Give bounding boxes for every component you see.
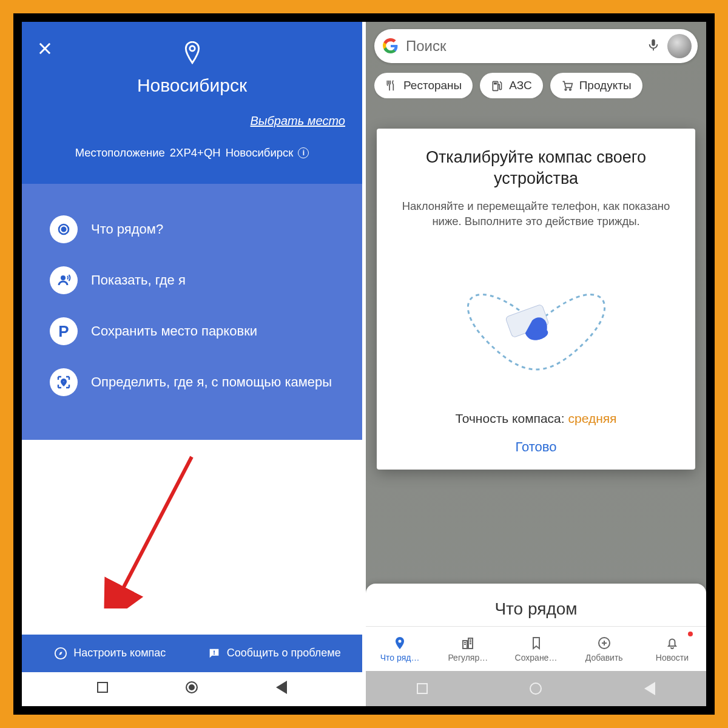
calibrate-compass-button[interactable]: Настроить компас	[28, 647, 192, 660]
done-button[interactable]: Готово	[390, 439, 682, 455]
google-logo-icon	[383, 38, 399, 54]
bottom-nav: Что ряд… Регуляр… Сохране… Добавить Ново…	[366, 626, 706, 671]
nav-label: Регуляр…	[448, 653, 488, 662]
nav-commute[interactable]: Регуляр…	[434, 627, 502, 671]
location-city: Новосибирск	[226, 146, 294, 160]
close-icon[interactable]	[36, 40, 53, 61]
location-prefix: Местоположение	[75, 146, 165, 160]
parking-icon: P	[50, 317, 78, 345]
actions-panel: Что рядом? Показать, где я P Сохранить м…	[22, 184, 362, 440]
chip-restaurants[interactable]: Рестораны	[374, 73, 473, 98]
search-bar[interactable]: Поиск	[374, 29, 698, 63]
info-icon[interactable]: i	[298, 147, 309, 158]
nav-label: Добавить	[585, 653, 623, 662]
chip-groceries[interactable]: Продукты	[550, 73, 642, 98]
svg-rect-7	[214, 650, 215, 653]
svg-point-16	[399, 639, 402, 642]
nav-contribute[interactable]: Добавить	[570, 627, 638, 671]
buildings-icon	[460, 636, 475, 650]
search-placeholder: Поиск	[406, 38, 639, 55]
svg-rect-9	[652, 39, 655, 46]
bookmark-icon	[529, 636, 544, 650]
person-broadcast-icon	[50, 266, 78, 294]
calibrate-dialog: Откалибруйте компас своего устройства На…	[377, 129, 695, 470]
svg-point-13	[569, 89, 571, 90]
svg-rect-8	[214, 653, 215, 655]
bottom-sheet: Настроить компас Сообщить о проблеме	[22, 635, 362, 706]
city-title: Новосибирск	[35, 75, 349, 96]
live-view-icon	[50, 368, 78, 396]
gas-pump-icon	[491, 79, 503, 92]
home-key[interactable]	[186, 681, 198, 693]
svg-point-3	[61, 275, 66, 280]
nav-label: Новости	[656, 653, 689, 662]
recents-key[interactable]	[417, 683, 428, 694]
location-line: Местоположение 2XP4+QH Новосибирск i	[35, 146, 349, 160]
action-label: Сохранить место парковки	[91, 323, 257, 340]
chip-gas[interactable]: АЗС	[480, 73, 542, 98]
plus-code: 2XP4+QH	[170, 146, 221, 160]
feedback-icon	[207, 647, 221, 660]
android-nav-bar	[366, 671, 706, 706]
chip-label: АЗС	[509, 79, 531, 92]
android-nav-bar	[22, 672, 362, 706]
action-live-view[interactable]: Определить, где я, с помощью камеры	[35, 361, 349, 403]
back-key[interactable]	[644, 682, 655, 695]
calibrate-label: Настроить компас	[73, 647, 166, 660]
nav-updates[interactable]: Новости	[638, 627, 706, 671]
svg-point-4	[62, 380, 65, 383]
category-chips: Рестораны АЗС Продукты	[374, 73, 706, 98]
nearby-title: Что рядом	[494, 599, 577, 618]
microphone-icon[interactable]	[647, 37, 660, 55]
target-icon	[50, 215, 78, 243]
report-label: Сообщить о проблеме	[227, 647, 341, 660]
action-label: Определить, где я, с помощью камеры	[91, 374, 332, 391]
nearby-sheet[interactable]: Что рядом	[366, 584, 706, 626]
nav-label: Сохране…	[515, 653, 558, 662]
accuracy-line: Точность компаса: средняя	[390, 411, 682, 426]
bell-icon	[665, 636, 679, 650]
pin-icon	[393, 636, 407, 650]
report-problem-button[interactable]: Сообщить о проблеме	[192, 647, 357, 660]
recents-key[interactable]	[97, 682, 108, 693]
tutorial-arrow	[101, 451, 198, 608]
action-nearby[interactable]: Что рядом?	[35, 208, 349, 251]
chip-label: Рестораны	[403, 79, 462, 92]
notification-dot	[688, 632, 693, 636]
nav-saved[interactable]: Сохране…	[502, 627, 570, 671]
plus-circle-icon	[597, 636, 612, 650]
svg-point-12	[565, 89, 567, 90]
svg-point-0	[189, 46, 194, 51]
action-label: Показать, где я	[91, 272, 186, 289]
action-share-location[interactable]: Показать, где я	[35, 259, 349, 302]
fork-knife-icon	[385, 79, 397, 92]
blue-header: Новосибирск Выбрать место Местоположение…	[22, 22, 362, 184]
dialog-title: Откалибруйте компас своего устройства	[390, 147, 682, 189]
avatar[interactable]	[667, 34, 692, 58]
svg-point-2	[62, 228, 66, 231]
action-save-parking[interactable]: P Сохранить место парковки	[35, 310, 349, 352]
right-screenshot: Поиск Рестораны АЗС Продукты Откалибруйт…	[366, 22, 706, 706]
pin-icon	[35, 41, 349, 67]
svg-rect-11	[494, 83, 497, 84]
svg-line-5	[119, 457, 192, 596]
accuracy-value: средняя	[568, 411, 616, 425]
left-screenshot: Новосибирск Выбрать место Местоположение…	[22, 22, 362, 706]
choose-place-link[interactable]: Выбрать место	[35, 114, 349, 128]
home-key[interactable]	[530, 682, 542, 695]
accuracy-label: Точность компаса:	[456, 411, 565, 425]
action-label: Что рядом?	[91, 221, 163, 238]
nav-explore[interactable]: Что ряд…	[366, 627, 434, 671]
cart-icon	[561, 79, 573, 92]
nav-label: Что ряд…	[380, 653, 420, 662]
figure-eight-illustration	[439, 263, 633, 385]
dialog-body: Наклоняйте и перемещайте телефон, как по…	[390, 199, 682, 229]
chip-label: Продукты	[579, 79, 632, 92]
compass-icon	[54, 647, 67, 660]
back-key[interactable]	[276, 681, 287, 694]
